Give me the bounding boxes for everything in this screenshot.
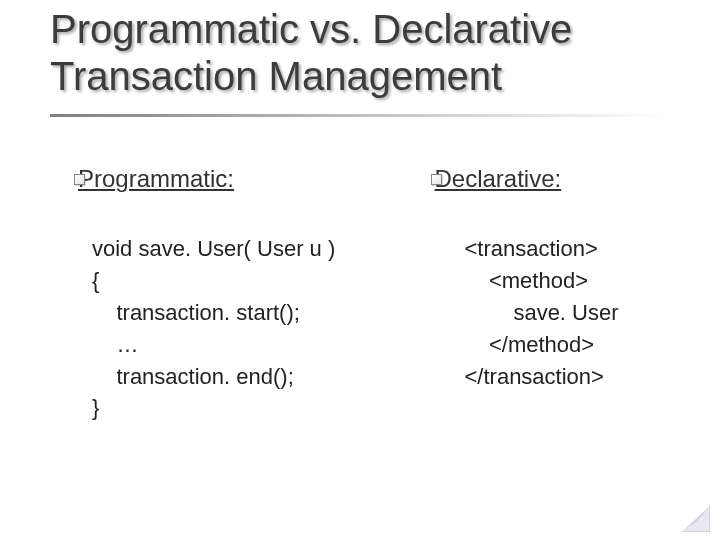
bullet-icon (431, 174, 442, 185)
bullet-icon (74, 174, 85, 185)
slide-title: Programmatic vs. Declarative Transaction… (50, 6, 690, 100)
column-programmatic: Programmatic: void save. User( User u ) … (60, 165, 417, 424)
code-programmatic: void save. User( User u ) { transaction.… (92, 233, 417, 424)
title-line-1: Programmatic vs. Declarative (50, 7, 572, 51)
content-columns: Programmatic: void save. User( User u ) … (60, 165, 680, 424)
title-underline (50, 114, 670, 117)
code-declarative: <transaction> <method> save. User </meth… (465, 233, 681, 392)
heading-declarative: Declarative: (435, 165, 681, 193)
heading-programmatic: Programmatic: (78, 165, 417, 193)
heading-programmatic-label: Programmatic: (78, 165, 234, 192)
slide: Programmatic vs. Declarative Transaction… (0, 0, 720, 540)
heading-declarative-label: Declarative: (435, 165, 562, 192)
page-corner-fold-icon (682, 506, 710, 532)
title-line-2: Transaction Management (50, 54, 502, 98)
column-declarative: Declarative: <transaction> <method> save… (417, 165, 681, 424)
